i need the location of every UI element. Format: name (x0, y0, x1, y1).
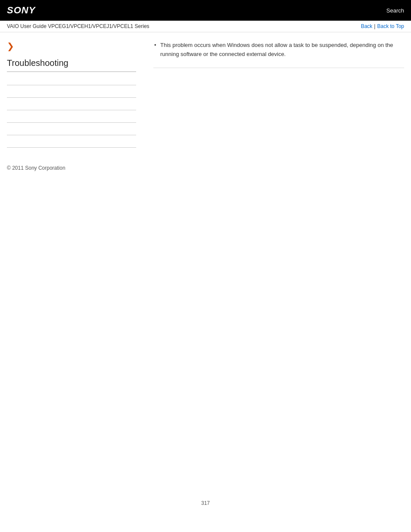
footer-copyright: © 2011 Sony Corporation (0, 156, 411, 180)
sidebar-line-3 (7, 104, 136, 110)
main-content: This problem occurs when Windows does no… (145, 41, 404, 148)
link-separator: | (374, 23, 375, 29)
sidebar-line-2 (7, 91, 136, 98)
back-to-top-link[interactable]: Back to Top (377, 23, 404, 29)
sidebar: ❯ Troubleshooting (7, 41, 145, 148)
nav-links: Back | Back to Top (361, 23, 404, 29)
sidebar-nav-lines (7, 79, 136, 148)
search-button[interactable]: Search (386, 7, 404, 14)
page-content: ❯ Troubleshooting This problem occurs wh… (0, 32, 411, 156)
sidebar-line-1 (7, 79, 136, 85)
content-block: This problem occurs when Windows does no… (153, 41, 404, 68)
guide-title: VAIO User Guide VPCEG1/VPCEH1/VPCEJ1/VPC… (7, 23, 149, 29)
sidebar-line-4 (7, 116, 136, 123)
nav-bar: VAIO User Guide VPCEG1/VPCEH1/VPCEJ1/VPC… (0, 21, 411, 32)
section-title: Troubleshooting (7, 58, 136, 72)
sidebar-line-6 (7, 141, 136, 148)
sidebar-line-5 (7, 129, 136, 135)
back-to-top-back: Back (377, 23, 389, 29)
chevron-right-icon: ❯ (7, 41, 136, 51)
sony-logo: SONY (7, 5, 35, 16)
content-paragraph: This problem occurs when Windows does no… (153, 41, 404, 59)
page-number: 317 (201, 492, 210, 515)
site-header: SONY Search (0, 0, 411, 21)
back-to-top-label: to Top (390, 23, 404, 29)
back-link[interactable]: Back (361, 23, 373, 29)
